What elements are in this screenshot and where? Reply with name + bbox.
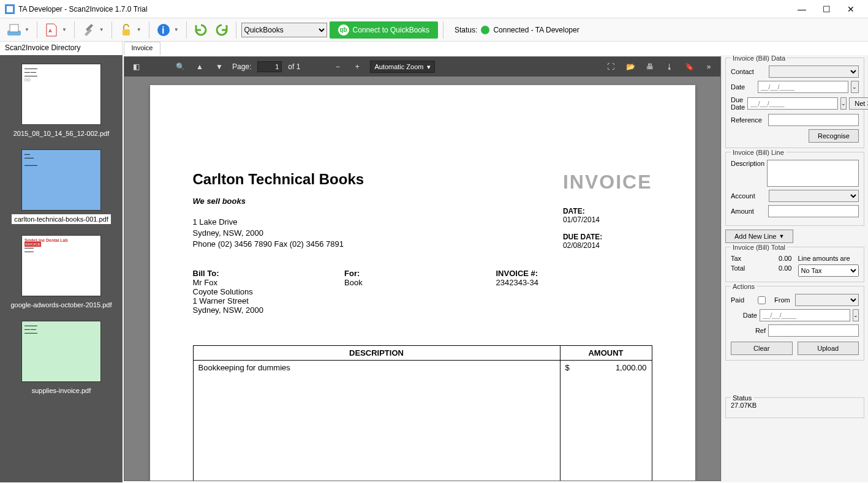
clear-button[interactable]: Clear [731,342,793,355]
paid-ref-input[interactable] [768,324,859,337]
status-text: Connected - TA Developer [493,26,579,34]
tax-label: Tax [731,255,741,262]
status-value: 27.07KB [731,402,859,409]
file-thumbnail[interactable]: SmileLine Dental LabINVOICE━━━━━━━━━━ go… [0,231,123,313]
page-total: of 1 [288,62,300,71]
file-thumbnail[interactable]: ━━━━━━━━━━ ━━━━━━━━━━▢▢ 2015_08_10_14_56… [0,60,123,142]
thumbnail-image: SmileLine Dental LabINVOICE━━━━━━━━━━ [21,235,101,296]
title-bar: TA Developer - Scan2Invoice 1.7.0 Trial … [0,0,868,18]
invoice-total-group: Invoice (Bill) Total Tax0.00 Total0.00 L… [725,247,864,282]
reference-input[interactable] [768,114,859,126]
zoom-in-icon[interactable]: + [350,60,364,73]
file-thumbnail[interactable]: ━━━━━━━━━━ ━━━━━━━━━━ supplies-invoice.p… [0,317,123,399]
directory-sidebar: ━━━━━━━━━━ ━━━━━━━━━━▢▢ 2015_08_10_14_56… [0,55,123,482]
zoom-out-icon[interactable]: − [331,60,344,73]
scan-dropdown-icon[interactable]: ▼ [25,27,29,32]
company-phone: Phone (02) 3456 7890 Fax (02) 3456 7891 [193,239,364,250]
undo-icon[interactable] [192,21,210,39]
tools-dropdown-icon[interactable]: ▼ [99,27,104,32]
duedate-dropdown-icon[interactable]: ⌄ [840,97,847,110]
reference-label: Reference [731,116,766,124]
pdf-page-wrap[interactable]: Carlton Technical Books We sell books 1 … [124,77,720,481]
company-name: Carlton Technical Books [193,171,364,188]
main-toolbar: ▼ A ▼ ▼ ▼ i ▼ QuickBooks qb Connect to Q… [0,18,868,42]
download-icon[interactable]: ⭳ [663,60,676,73]
recognise-button[interactable]: Recognise [809,129,859,143]
pdf-dropdown-icon[interactable]: ▼ [62,27,67,32]
svg-rect-1 [7,6,13,12]
due-label: DUE DATE: [563,233,652,241]
status-dot-icon [481,26,489,34]
from-select[interactable] [795,294,859,306]
upload-button[interactable]: Upload [798,342,859,355]
company-tagline: We sell books [193,197,364,206]
connect-quickbooks-button[interactable]: qb Connect to QuickBooks [330,21,438,39]
description-input[interactable] [767,160,859,187]
status-group: Status 27.07KB [725,397,864,418]
close-button[interactable]: ✕ [839,1,863,18]
thumbnail-image: ━━━━━━━━━━ ━━━━━━━━━━ [21,321,101,382]
search-icon[interactable]: 🔍 [173,60,187,73]
pdf-icon[interactable]: A [42,21,61,39]
next-page-icon[interactable]: ▼ [213,60,226,73]
account-label: Account [731,192,766,200]
tab-invoice[interactable]: Invoice [124,42,160,55]
contact-select[interactable] [769,66,859,78]
total-value: 0.00 [779,264,791,272]
print-icon[interactable]: 🖶 [643,60,657,73]
billto-company: Coyote Solutions [193,287,345,296]
tax-type-select[interactable]: No Tax [798,264,859,277]
amount-input[interactable] [768,205,859,217]
data-panel: Invoice (Bill) Data Contact Date ⌄ Due D… [721,55,868,482]
tax-value: 0.00 [779,255,791,262]
date-dropdown-icon[interactable]: ⌄ [851,81,859,93]
sidebar-toggle-icon[interactable]: ◧ [129,60,143,73]
date-label: Date [731,83,755,91]
maximize-button[interactable]: ☐ [814,1,839,18]
file-name: 2015_08_10_14_56_12-002.pdf [11,129,112,138]
paid-date-input[interactable] [760,309,850,321]
from-label: From [774,296,793,304]
accounting-select[interactable]: QuickBooks [241,23,327,37]
file-thumbnail[interactable]: ━━━━━━━━━━━━━━━ carlton-technical-books-… [0,146,123,228]
more-icon[interactable]: » [702,60,715,73]
group-title: Invoice (Bill) Total [731,244,787,251]
fullscreen-icon[interactable]: ⛶ [604,60,617,73]
net-terms-select[interactable]: Net 30 [849,97,868,110]
actions-group: Actions Paid From Date ⌄ Ref Clear Uploa… [725,286,864,361]
pdf-viewer: ◧ 🔍 ▲ ▼ Page: of 1 − + Automatic Zoom▾ ⛶… [124,56,721,481]
info-icon[interactable]: i [154,21,173,39]
file-name: carlton-technical-books-001.pdf [12,214,110,224]
svg-text:A: A [48,28,52,34]
paid-date-dropdown-icon[interactable]: ⌄ [853,309,859,321]
bookmark-icon[interactable]: 🔖 [682,60,696,73]
lock-dropdown-icon[interactable]: ▼ [137,27,142,32]
directory-header: Scan2Invoice Directory [0,42,123,55]
tools-icon[interactable] [80,21,98,39]
page-input[interactable] [257,61,282,72]
account-select[interactable] [769,190,859,202]
col-description: DESCRIPTION [193,345,560,360]
duedate-input[interactable] [747,97,838,110]
thumbnail-image: ━━━━━━━━━━ ━━━━━━━━━━▢▢ [21,64,101,125]
prev-page-icon[interactable]: ▲ [193,60,206,73]
date-input[interactable] [758,81,848,93]
company-addr1: 1 Lake Drive [193,217,364,228]
for-value: Book [344,278,496,287]
minimize-button[interactable]: — [790,1,814,18]
file-name: google-adwords-october-2015.pdf [8,300,114,310]
redo-icon[interactable] [213,21,231,39]
due-value: 02/08/2014 [563,241,652,250]
connection-status: Status: Connected - TA Developer [455,26,579,34]
zoom-select[interactable]: Automatic Zoom▾ [370,61,435,73]
paid-date-label: Date [743,312,757,319]
add-line-button[interactable]: Add New Line▼ [725,230,793,243]
for-label: For: [344,269,496,278]
date-label: DATE: [563,207,652,215]
scan-icon[interactable] [5,21,23,39]
svg-rect-3 [10,24,18,32]
open-icon[interactable]: 📂 [624,60,637,73]
lock-icon[interactable] [117,21,135,39]
info-dropdown-icon[interactable]: ▼ [174,27,179,32]
paid-checkbox[interactable] [758,296,766,304]
